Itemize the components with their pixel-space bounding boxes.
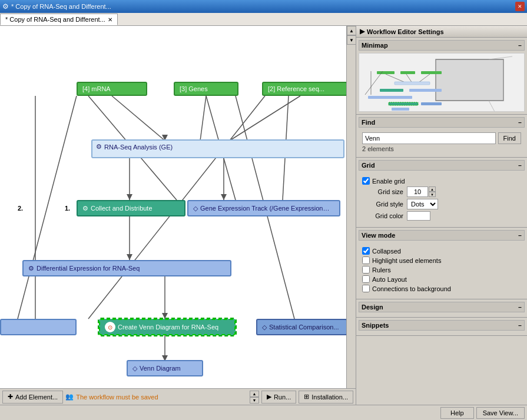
workflow-canvas[interactable]: 1. 2. [4] mRNA [3] Genes [2] Reference s…	[0, 26, 346, 388]
view-mode-section-header[interactable]: View mode −	[359, 230, 525, 241]
add-element-button[interactable]: ✚ Add Element...	[2, 391, 63, 404]
node-venn-diag[interactable]: ◇ Venn Diagram	[127, 360, 203, 376]
design-label: Design	[362, 304, 383, 311]
node-rna-seq-label: RNA-Seq Analysis (GE)	[104, 144, 173, 151]
node-collect-label: Collect and Distribute	[91, 205, 153, 212]
title-bar: ⚙ * Copy of RNA-Seq and Different... ✕	[0, 0, 527, 13]
find-content: Find 2 elements	[359, 130, 525, 155]
minimap-canvas[interactable]	[359, 53, 525, 112]
canvas-scrollbar-v[interactable]: ▲ ▼	[346, 26, 356, 388]
svg-rect-35	[421, 102, 442, 105]
spinner-down-button[interactable]: ▼	[429, 192, 436, 197]
tab-main[interactable]: * Copy of RNA-Seq and Different... ✕	[0, 14, 118, 25]
label-1: 1.	[65, 205, 70, 212]
grid-size-label: Grid size	[362, 188, 403, 195]
grid-style-select[interactable]: Dots Lines None	[407, 199, 438, 209]
find-result: 2 elements	[362, 145, 521, 152]
workflow-warning: 👥 The workflow must be saved	[65, 393, 158, 401]
node-diff-expr[interactable]: ⚙ Differential Expression for RNA-Seq	[22, 260, 231, 276]
grid-section-header[interactable]: Grid −	[359, 160, 525, 171]
svg-marker-19	[162, 313, 168, 319]
scroll-down-button[interactable]: ▼	[250, 397, 259, 404]
auto-layout-checkbox[interactable]	[362, 275, 370, 283]
canvas-area[interactable]: 1. 2. [4] mRNA [3] Genes [2] Reference s…	[0, 26, 356, 420]
installation-button[interactable]: ⊞ Installation...	[299, 391, 353, 404]
connections-bg-row: Connections to background	[362, 285, 521, 292]
find-input[interactable]	[362, 132, 496, 144]
node-refseq-label: [2] Reference seq...	[268, 85, 324, 92]
snippets-label: Snippets	[362, 322, 389, 329]
tab-bar: * Copy of RNA-Seq and Different... ✕	[0, 13, 527, 26]
design-collapse-icon[interactable]: −	[518, 304, 522, 311]
tab-label: * Copy of RNA-Seq and Different...	[5, 16, 105, 23]
panel-header-icon: ▶	[360, 28, 364, 35]
spinner-up-button[interactable]: ▲	[429, 186, 436, 192]
scroll-up-button[interactable]: ▲	[250, 391, 259, 397]
grid-content: Enable grid Grid size ▲ ▼ Grid style Dot…	[359, 173, 525, 225]
node-rna-seq[interactable]: ⚙ RNA-Seq Analysis (GE)	[91, 139, 344, 158]
grid-section: Grid − Enable grid Grid size ▲ ▼ Gr	[356, 158, 527, 228]
app-icon: ⚙	[2, 2, 9, 11]
minimap-section-header[interactable]: Minimap −	[359, 40, 525, 51]
design-section: Design −	[356, 299, 527, 318]
install-icon: ⊞	[304, 393, 309, 401]
collapsed-checkbox[interactable]	[362, 247, 370, 255]
svg-rect-31	[380, 89, 403, 92]
panel-header: ▶ Workflow Editor Settings	[356, 26, 527, 38]
node-mRNA[interactable]: [4] mRNA	[77, 82, 147, 96]
scroll-up-btn[interactable]: ▲	[347, 26, 356, 35]
svg-rect-30	[395, 82, 430, 85]
view-mode-content: Collapsed Highlight used elements Rulers…	[359, 243, 525, 296]
minimap-collapse-icon[interactable]: −	[518, 42, 522, 49]
help-bar: Help Save View...	[356, 405, 527, 420]
find-label: Find	[362, 119, 375, 126]
save-view-button[interactable]: Save View...	[476, 407, 525, 419]
snippets-collapse-icon[interactable]: −	[518, 322, 522, 329]
close-button[interactable]: ✕	[515, 2, 525, 11]
grid-color-label: Grid color	[362, 212, 403, 219]
action-toolbar: ✚ Add Element... 👥 The workflow must be …	[0, 389, 356, 405]
node-stat-compare[interactable]: ◇ Statistical Comparison...	[256, 319, 346, 335]
venn-diag-icon: ◇	[132, 365, 137, 372]
node-stat-compare-label: Statistical Comparison...	[269, 324, 339, 331]
find-button[interactable]: Find	[498, 132, 521, 144]
design-section-header[interactable]: Design −	[359, 302, 525, 312]
node-collect[interactable]: ⚙ Collect and Distribute	[77, 200, 185, 216]
diff-expr-icon: ⚙	[28, 265, 34, 272]
node-genes[interactable]: [3] Genes	[174, 82, 238, 96]
rulers-checkbox[interactable]	[362, 266, 370, 274]
connections-bg-checkbox[interactable]	[362, 285, 370, 292]
svg-rect-32	[409, 89, 442, 92]
grid-style-label: Grid style	[362, 201, 403, 208]
svg-marker-18	[127, 254, 132, 260]
enable-grid-checkbox[interactable]	[362, 177, 370, 185]
node-left[interactable]	[0, 319, 77, 335]
rna-seq-icon: ⚙	[96, 143, 102, 151]
highlight-checkbox[interactable]	[362, 256, 370, 264]
run-button[interactable]: ▶ Run...	[261, 391, 296, 404]
find-section-header[interactable]: Find −	[359, 117, 525, 128]
run-icon: ▶	[267, 393, 271, 401]
view-mode-collapse-icon[interactable]: −	[518, 232, 522, 239]
find-collapse-icon[interactable]: −	[518, 119, 522, 126]
panel-header-title: Workflow Editor Settings	[367, 28, 444, 35]
help-button[interactable]: Help	[440, 407, 474, 419]
svg-line-2	[230, 96, 300, 141]
grid-color-row: Grid color	[362, 211, 521, 221]
snippets-section: Snippets −	[356, 318, 527, 336]
grid-size-input[interactable]	[407, 186, 428, 197]
node-venn-create[interactable]: ⊙ Create Venn Diagram for RNA-Seq	[99, 319, 236, 335]
grid-collapse-icon[interactable]: −	[518, 162, 522, 169]
snippets-section-header[interactable]: Snippets −	[359, 320, 525, 331]
svg-rect-33	[368, 96, 412, 99]
tab-close-icon[interactable]: ✕	[108, 16, 112, 23]
highlight-row: Highlight used elements	[362, 256, 521, 264]
scroll-down-btn[interactable]: ▼	[347, 35, 356, 45]
view-mode-section: View mode − Collapsed Highlight used ele…	[356, 228, 527, 299]
svg-rect-34	[389, 102, 418, 105]
rulers-label: Rulers	[372, 266, 391, 274]
grid-color-swatch[interactable]	[407, 211, 430, 221]
node-gene-expr[interactable]: ◇ Gene Expression Track (/Gene Expressio…	[187, 200, 340, 216]
svg-rect-22	[377, 71, 395, 74]
node-refseq[interactable]: [2] Reference seq...	[262, 82, 346, 96]
